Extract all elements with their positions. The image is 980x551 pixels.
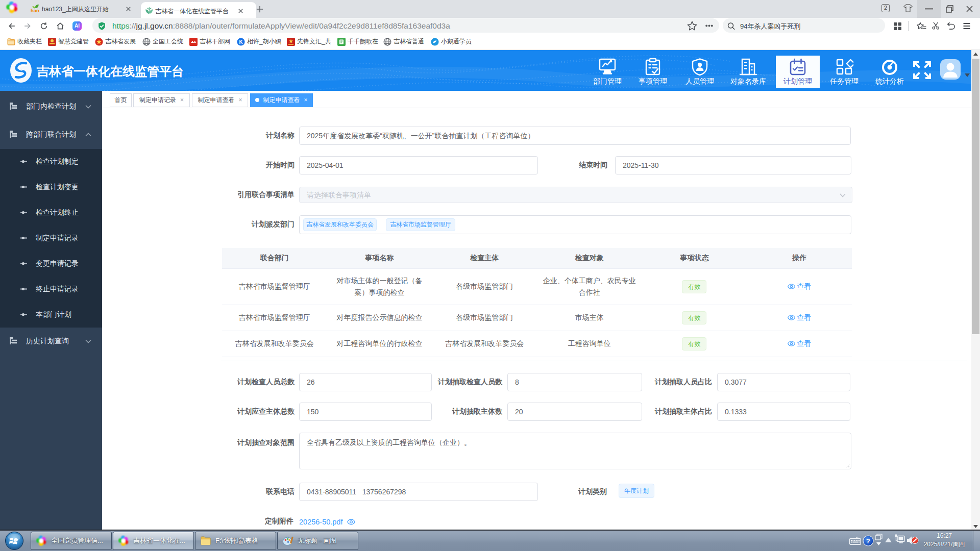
svg-text:hao: hao — [31, 8, 39, 13]
svg-text:?: ? — [866, 537, 870, 545]
svg-text:K: K — [239, 39, 243, 44]
